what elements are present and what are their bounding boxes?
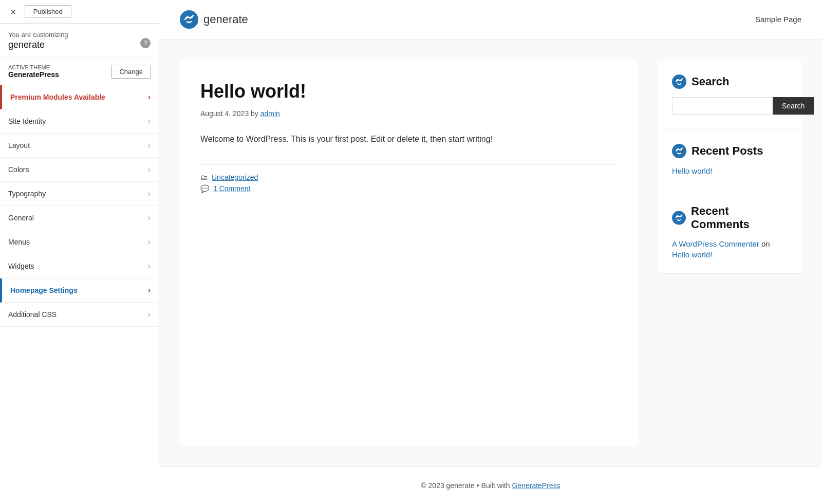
chevron-right-icon: › — [148, 213, 151, 222]
sidebar-column: Search Search Recent Posts Hello — [658, 60, 801, 446]
recent-posts-widget: Recent Posts Hello world! — [658, 129, 801, 190]
customizing-label: You are customizing — [8, 31, 68, 39]
nav-item-additional-css-label: Additional CSS — [8, 310, 57, 319]
search-widget-title: Search — [672, 74, 787, 89]
svg-point-2 — [672, 144, 686, 158]
customizing-theme: generate — [8, 40, 68, 50]
category-icon: 🗂 — [200, 173, 208, 181]
nav-item-menus-label: Menus — [8, 238, 30, 246]
help-button[interactable]: ? — [140, 38, 151, 48]
nav-item-typography[interactable]: Typography › — [0, 182, 159, 206]
site-title: generate — [203, 13, 248, 26]
nav-item-additional-css[interactable]: Additional CSS › — [0, 303, 159, 327]
post-comment-row: 💬 1 Comment — [200, 184, 616, 193]
nav-item-colors[interactable]: Colors › — [0, 158, 159, 182]
customizer-info: You are customizing generate ? — [0, 24, 159, 58]
close-button[interactable]: × — [6, 5, 21, 19]
svg-point-1 — [672, 74, 686, 89]
recent-post-link[interactable]: Hello world! — [672, 166, 787, 175]
chevron-right-icon: › — [148, 237, 151, 247]
nav-item-menus[interactable]: Menus › — [0, 230, 159, 254]
nav-item-site-identity[interactable]: Site Identity › — [0, 109, 159, 134]
post-footer: 🗂 Uncategorized 💬 1 Comment — [200, 164, 616, 193]
site-nav: Sample Page — [755, 15, 801, 24]
published-button[interactable]: Published — [25, 5, 71, 18]
chevron-right-icon: › — [148, 262, 151, 271]
nav-item-homepage-settings[interactable]: Homepage Settings › — [0, 278, 159, 303]
footer-link[interactable]: GeneratePress — [512, 481, 560, 490]
site-header: generate Sample Page — [159, 0, 822, 40]
recent-comments-title: Recent Comments — [672, 204, 787, 231]
search-input[interactable] — [672, 97, 773, 115]
customizer-header: × Published — [0, 0, 159, 24]
active-theme-bar: Active theme GeneratePress Change — [0, 58, 159, 85]
post-title: Hello world! — [200, 81, 616, 102]
post-comment-link[interactable]: 1 Comment — [213, 184, 250, 193]
footer-text: © 2023 generate • Built with — [421, 481, 510, 490]
nav-item-widgets[interactable]: Widgets › — [0, 254, 159, 278]
chevron-right-icon: › — [148, 117, 151, 126]
recent-posts-title: Recent Posts — [672, 144, 787, 158]
nav-item-premium[interactable]: Premium Modules Available › — [0, 85, 159, 109]
search-widget: Search Search — [658, 60, 801, 129]
search-submit-button[interactable]: Search — [773, 97, 814, 115]
comment-icon: 💬 — [200, 184, 209, 193]
active-theme-label: Active theme — [8, 64, 59, 70]
nav-item-colors-label: Colors — [8, 165, 29, 174]
site-content: Hello world! August 4, 2023 by admin Wel… — [159, 40, 822, 466]
recent-comments-icon — [672, 211, 686, 225]
commenter-link[interactable]: A WordPress Commenter — [672, 239, 759, 248]
change-theme-button[interactable]: Change — [111, 65, 151, 79]
recent-posts-title-text: Recent Posts — [692, 144, 763, 158]
nav-item-typography-label: Typography — [8, 190, 46, 198]
svg-point-0 — [180, 10, 198, 29]
chevron-right-icon: › — [148, 141, 151, 150]
chevron-right-icon: › — [148, 165, 151, 174]
post-body: Welcome to WordPress. This is your first… — [200, 132, 616, 146]
post-by: by — [251, 109, 260, 118]
chevron-right-icon: › — [148, 189, 151, 198]
site-logo-icon — [180, 10, 198, 29]
chevron-right-icon: › — [148, 286, 151, 295]
nav-item-site-identity-label: Site Identity — [8, 117, 46, 125]
chevron-right-icon: › — [148, 92, 151, 102]
recent-comments-widget: Recent Comments A WordPress Commenter on… — [658, 190, 801, 274]
nav-item-widgets-label: Widgets — [8, 262, 34, 270]
nav-item-layout[interactable]: Layout › — [0, 134, 159, 158]
svg-point-3 — [672, 211, 686, 225]
search-input-area: Search — [672, 97, 787, 115]
recent-comments-title-text: Recent Comments — [691, 204, 787, 231]
post-category-row: 🗂 Uncategorized — [200, 173, 616, 181]
search-widget-icon — [672, 74, 686, 89]
search-title-text: Search — [692, 75, 729, 88]
nav-item-layout-label: Layout — [8, 141, 30, 150]
site-footer: © 2023 generate • Built with GeneratePre… — [159, 466, 822, 504]
post-author-link[interactable]: admin — [260, 109, 280, 118]
nav-item-homepage-settings-label: Homepage Settings — [10, 286, 78, 294]
post-meta: August 4, 2023 by admin — [200, 109, 616, 118]
comment-on-text: on — [761, 239, 770, 248]
recent-comment-entry: A WordPress Commenter on Hello world! — [672, 239, 787, 259]
post-category-link[interactable]: Uncategorized — [212, 173, 258, 181]
main-column: Hello world! August 4, 2023 by admin Wel… — [180, 60, 637, 446]
active-theme-name: GeneratePress — [8, 70, 59, 79]
comment-post-link[interactable]: Hello world! — [672, 250, 787, 259]
nav-item-general-label: General — [8, 214, 34, 222]
nav-item-general[interactable]: General › — [0, 206, 159, 230]
preview-area: generate Sample Page Hello world! August… — [159, 0, 822, 504]
customizer-sidebar: × Published You are customizing generate… — [0, 0, 159, 504]
nav-list: Premium Modules Available › Site Identit… — [0, 85, 159, 327]
site-logo-area: generate — [180, 10, 248, 29]
post-date: August 4, 2023 — [200, 109, 249, 118]
chevron-right-icon: › — [148, 310, 151, 319]
nav-item-premium-label: Premium Modules Available — [10, 93, 105, 101]
sample-page-link[interactable]: Sample Page — [755, 15, 801, 24]
recent-posts-icon — [672, 144, 686, 158]
